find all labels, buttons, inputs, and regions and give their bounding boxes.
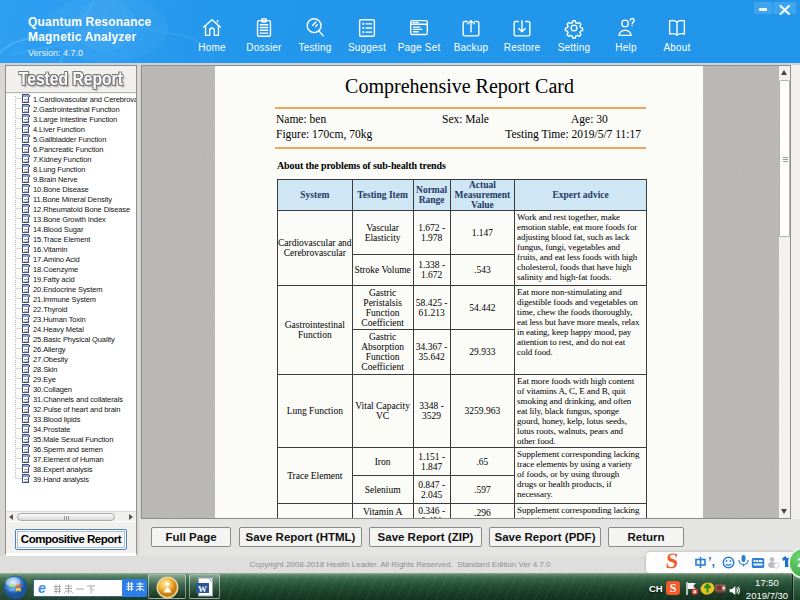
- svg-text:W: W: [198, 584, 207, 594]
